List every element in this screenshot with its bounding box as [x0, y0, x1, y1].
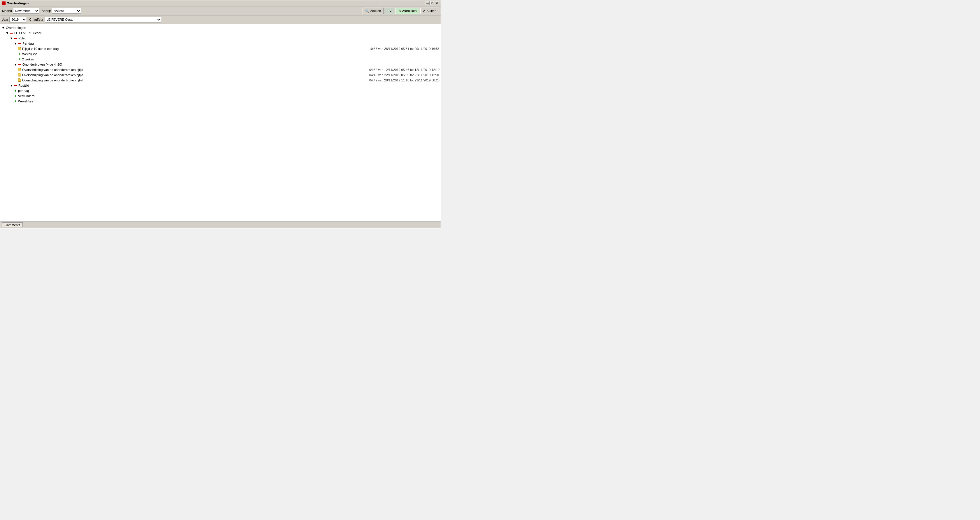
chauffeur-label: Chauffeur	[29, 18, 43, 21]
afdrukken-label: Afdrukken	[402, 9, 417, 13]
tree-row-person: ▼ LE FEVERE Cesar	[2, 30, 439, 36]
tree-row-rijtijd: ▼ Rijtijd	[2, 36, 439, 41]
tree-row-wekelijkse1[interactable]: + Wekelijkse	[2, 51, 439, 57]
sluiten-label: Sluiten	[426, 9, 436, 13]
window-title: Overtredingen	[7, 2, 29, 5]
bedrijf-group: Bedrijf <Alles>	[42, 8, 81, 14]
folder-icon-2	[18, 68, 21, 72]
person-icon-dash	[10, 31, 13, 35]
rusttijd-label: Rusttijd	[18, 83, 439, 88]
rusttijd-dash-icon	[14, 84, 18, 87]
perdag-label: Per dag	[22, 41, 439, 46]
verminderd-label: Verminderd	[18, 94, 439, 98]
overschrijding3-data: 04:42 van 28/11/2019 11:18 tot 29/11/201…	[369, 78, 439, 83]
close-button[interactable]: ✕	[435, 1, 439, 5]
maand-label: Maand	[2, 9, 12, 13]
folder-icon-4	[18, 78, 21, 82]
jaar-group: Jaar 2019 2018 2020	[2, 17, 27, 22]
main-window: Overtredingen — □ ✕ Maand November Janua…	[0, 0, 441, 228]
jaar-select[interactable]: 2019 2018 2020	[10, 17, 27, 22]
title-bar: Overtredingen — □ ✕	[0, 0, 441, 6]
tree-row-perdag2[interactable]: + per dag	[2, 88, 439, 93]
ononderbroken-dash-icon	[18, 63, 22, 66]
toolbar-row2: Jaar 2019 2018 2020 Chauffeur LE FEVERE …	[0, 16, 441, 24]
zoeken-button[interactable]: 🔍 Zoeken	[363, 8, 383, 14]
pv-button[interactable]: PV	[385, 8, 395, 14]
toolbar-right: 🔍 Zoeken PV 🖨 Afdrukken ✕ Sluiten	[363, 8, 439, 14]
maximize-button[interactable]: □	[430, 1, 434, 5]
bedrijf-select[interactable]: <Alles>	[52, 8, 81, 14]
close-x-icon: ✕	[423, 9, 426, 13]
pv-label: PV	[387, 9, 392, 13]
folder-icon-1	[18, 47, 21, 51]
zoeken-icon: 🔍	[365, 9, 369, 13]
chauffeur-select[interactable]: LE FEVERE Cesar	[45, 17, 161, 22]
plus-icon-3: +	[14, 89, 17, 93]
tree-row-wekelijkse2[interactable]: + Wekelijkse	[2, 99, 439, 104]
overschrijding1-data: 04:32 van 12/11/2019 05:46 tot 12/11/201…	[369, 67, 439, 72]
window-icon	[2, 2, 6, 5]
overschrijding3-label: Overschrijding van de ononderbroken rijt…	[22, 78, 367, 83]
afdrukken-button[interactable]: 🖨 Afdrukken	[396, 8, 419, 14]
maand-select[interactable]: November Januari Februari Maart April Me…	[13, 8, 40, 14]
wekelijkse2-label: Wekelijkse	[18, 99, 439, 104]
comments-tab[interactable]: Comments	[2, 222, 23, 227]
2weken-label: 2 weken	[22, 57, 439, 62]
overschrijding1-label: Overschrijding van de ononderbroken rijt…	[22, 67, 367, 72]
plus-icon-5: +	[14, 99, 17, 103]
perdag2-label: per dag	[18, 88, 439, 93]
tree-row-ononderbroken: ▼ Ononderbroken (+ de 4h30)	[2, 62, 439, 67]
tree-row-rijtijd10[interactable]: Rijtijd > 10 uur in een dag 10:55 van 28…	[2, 46, 439, 51]
ononderbroken-label: Ononderbroken (+ de 4h30)	[22, 62, 439, 67]
tree-root: ▼ Overtredingen	[2, 25, 439, 30]
overschrijding2-label: Overschrijding van de ononderbroken rijt…	[22, 73, 367, 77]
sluiten-button[interactable]: ✕ Sluiten	[420, 8, 439, 14]
plus-icon-2: +	[18, 57, 21, 61]
toolbar: Maand November Januari Februari Maart Ap…	[0, 6, 441, 16]
root-expand-icon[interactable]: ▼	[2, 26, 5, 29]
tree-root-label: Overtredingen	[6, 26, 439, 30]
minimize-button[interactable]: —	[426, 1, 430, 5]
maand-group: Maand November Januari Februari Maart Ap…	[2, 8, 40, 14]
zoeken-label: Zoeken	[370, 9, 381, 13]
tree-row-rusttijd: ▼ Rusttijd	[2, 83, 439, 88]
wekelijkse1-label: Wekelijkse	[22, 52, 439, 56]
tree-row-2weken[interactable]: + 2 weken	[2, 57, 439, 62]
tree-row-verminderd[interactable]: + Verminderd	[2, 93, 439, 99]
jaar-label: Jaar	[2, 18, 8, 21]
rijtijd-dash-icon	[14, 37, 18, 40]
rijtijd-label: Rijtijd	[18, 36, 439, 41]
content-area[interactable]: ▼ Overtredingen ▼ LE FEVERE Cesar ▼ Rijt…	[0, 24, 441, 222]
plus-icon-1: +	[18, 52, 21, 56]
tree-row-overschrijding1[interactable]: Overschrijding van de ononderbroken rijt…	[2, 67, 439, 72]
title-bar-controls: — □ ✕	[426, 1, 439, 5]
rijtijd10-data: 10:55 van 28/11/2019 05:31 tot 29/11/201…	[369, 46, 439, 51]
tree-container: ▼ Overtredingen ▼ LE FEVERE Cesar ▼ Rijt…	[2, 25, 439, 104]
overschrijding2-data: 04:40 van 22/11/2019 05:39 tot 22/11/201…	[369, 73, 439, 77]
plus-icon-4: +	[14, 94, 17, 98]
chauffeur-group: Chauffeur LE FEVERE Cesar	[29, 17, 161, 22]
perdag-dash-icon	[18, 42, 22, 45]
tree-row-overschrijding3[interactable]: Overschrijding van de ononderbroken rijt…	[2, 78, 439, 83]
bedrijf-label: Bedrijf	[42, 9, 51, 13]
rijtijd10-label: Rijtijd > 10 uur in een dag	[22, 46, 367, 51]
printer-icon: 🖨	[398, 9, 401, 13]
status-bar: Comments	[0, 222, 441, 228]
tree-row-perdag: ▼ Per dag	[2, 41, 439, 46]
folder-icon-3	[18, 73, 21, 77]
title-bar-left: Overtredingen	[2, 2, 29, 5]
person-label: LE FEVERE Cesar	[14, 30, 439, 35]
tree-row-overschrijding2[interactable]: Overschrijding van de ononderbroken rijt…	[2, 72, 439, 78]
